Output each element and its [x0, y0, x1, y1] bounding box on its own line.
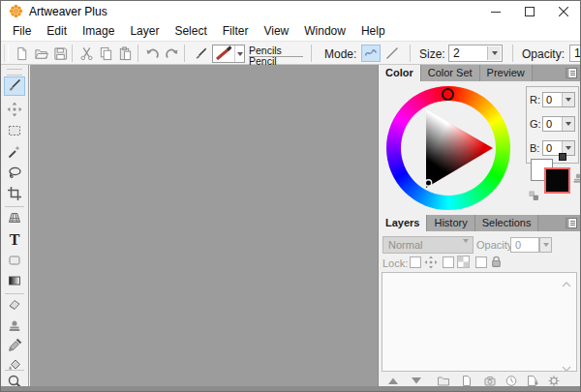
tool-crop[interactable]: [4, 185, 25, 204]
b-value: 0: [546, 142, 552, 154]
marquee-icon: [7, 123, 22, 141]
menu-window[interactable]: Window: [296, 22, 353, 40]
g-dropdown-icon[interactable]: [562, 117, 574, 131]
rgb-row-g: G: 0: [530, 116, 576, 133]
main-toolbar: Pencils Pencil Mode: Size: 2 Opacity: 10: [1, 41, 580, 65]
palette-separator: [5, 206, 24, 207]
color-panel-tabs: Color Color Set Preview: [379, 65, 580, 81]
rgb-row-r: R: 0: [530, 92, 576, 108]
lock-position-checkbox[interactable]: [410, 256, 421, 268]
menu-layer[interactable]: Layer: [122, 22, 167, 40]
lasso-icon: [7, 166, 22, 184]
tool-move[interactable]: [4, 101, 25, 120]
menu-view[interactable]: View: [256, 22, 296, 40]
layer-opacity-dropdown-icon[interactable]: [539, 237, 552, 253]
color-stamp-icon[interactable]: [571, 170, 581, 188]
menu-image[interactable]: Image: [75, 22, 122, 40]
tool-shape[interactable]: [4, 252, 25, 271]
g-field[interactable]: 0: [542, 116, 575, 132]
close-button[interactable]: [546, 1, 580, 21]
mode-line-button[interactable]: [382, 45, 402, 62]
b-label: B:: [530, 142, 539, 154]
layers-list[interactable]: [382, 272, 577, 372]
move-icon: [7, 102, 22, 120]
layers-panel-tabs: Layers History Selections: [379, 215, 580, 231]
tab-selections[interactable]: Selections: [475, 215, 539, 231]
size-combo[interactable]: 2: [448, 45, 503, 62]
palette-separator: [5, 370, 24, 371]
lock-all-icon: [490, 256, 504, 269]
toolbar-separator: [410, 45, 411, 62]
menu-select[interactable]: Select: [167, 22, 214, 40]
tab-history[interactable]: History: [427, 215, 474, 231]
paste-button[interactable]: [116, 45, 134, 62]
minimize-button[interactable]: [478, 1, 512, 21]
palette-grip[interactable]: [7, 69, 22, 75]
new-document-button[interactable]: [13, 45, 30, 62]
crop-icon: [7, 186, 22, 204]
tool-brush[interactable]: [4, 76, 25, 96]
tool-magic-wand[interactable]: [4, 143, 25, 163]
hue-marker[interactable]: [442, 88, 454, 101]
menu-help[interactable]: Help: [353, 22, 393, 40]
tab-color-set[interactable]: Color Set: [421, 65, 480, 81]
lock-all-checkbox[interactable]: [475, 256, 487, 268]
menu-edit[interactable]: Edit: [39, 22, 75, 40]
menu-file[interactable]: File: [5, 22, 39, 40]
blend-mode-select[interactable]: Normal: [382, 236, 474, 254]
g-label: G:: [530, 118, 541, 130]
open-button[interactable]: [32, 45, 49, 62]
right-dock: Color Color Set Preview R: 0: [378, 65, 580, 386]
current-tool-brush-icon[interactable]: [192, 45, 209, 62]
opacity-combo[interactable]: 10: [569, 45, 581, 62]
save-button[interactable]: [51, 45, 69, 62]
opacity-value: 10: [574, 46, 581, 60]
tab-preview[interactable]: Preview: [480, 65, 533, 81]
r-value: 0: [546, 94, 552, 106]
tool-text[interactable]: T: [4, 230, 25, 250]
copy-button[interactable]: [97, 45, 114, 62]
tool-perspective-grid[interactable]: [4, 209, 25, 228]
menu-bar: File Edit Image Layer Select Filter View…: [1, 21, 580, 41]
scroll-down-icon[interactable]: [562, 361, 571, 367]
size-label: Size:: [419, 47, 445, 61]
undo-button[interactable]: [143, 45, 161, 62]
tool-lasso[interactable]: [4, 165, 25, 184]
default-colors-icon[interactable]: [559, 153, 566, 161]
menu-filter[interactable]: Filter: [215, 22, 257, 40]
mode-freehand-button[interactable]: [361, 45, 381, 62]
rgb-row-b: B: 0: [530, 140, 576, 157]
tool-eraser[interactable]: [4, 296, 25, 316]
cut-button[interactable]: [77, 45, 95, 62]
redo-button[interactable]: [163, 45, 180, 62]
tab-layers[interactable]: Layers: [379, 215, 427, 231]
size-value: 2: [453, 46, 460, 60]
palette-separator: [5, 293, 24, 294]
scroll-up-icon[interactable]: [562, 277, 571, 283]
brush-preview-dropdown[interactable]: [212, 45, 245, 63]
brush-preview-arrow-icon: [234, 45, 244, 62]
r-field[interactable]: 0: [542, 92, 575, 107]
rgb-group: R: 0 G: 0 B: 0: [526, 86, 579, 164]
r-dropdown-icon[interactable]: [562, 93, 574, 106]
maximize-button[interactable]: [512, 1, 546, 21]
tool-gradient[interactable]: [4, 272, 25, 291]
tool-eyedropper[interactable]: [4, 337, 25, 356]
gradient-icon: [7, 273, 22, 291]
layers-panel-menu-icon[interactable]: [566, 218, 577, 228]
primary-color-swatch[interactable]: [544, 167, 570, 194]
title-bar[interactable]: Artweaver Plus: [1, 1, 580, 21]
lock-transparency-checkbox[interactable]: [443, 256, 454, 268]
color-panel-menu-icon[interactable]: [566, 68, 577, 78]
size-dropdown-arrow-icon[interactable]: [487, 46, 501, 60]
sv-triangle[interactable]: [386, 86, 510, 210]
color-wheel[interactable]: [386, 86, 510, 210]
tab-color[interactable]: Color: [379, 65, 421, 81]
g-value: 0: [546, 118, 552, 130]
swap-colors-icon[interactable]: [529, 191, 539, 204]
canvas-workspace[interactable]: [30, 65, 378, 386]
layer-opacity-field[interactable]: 0: [510, 237, 539, 253]
tool-rect-select[interactable]: [4, 122, 25, 141]
tool-clone-stamp[interactable]: [4, 317, 25, 336]
artweaver-window: Artweaver Plus File Edit Image Layer Sel…: [0, 0, 581, 392]
